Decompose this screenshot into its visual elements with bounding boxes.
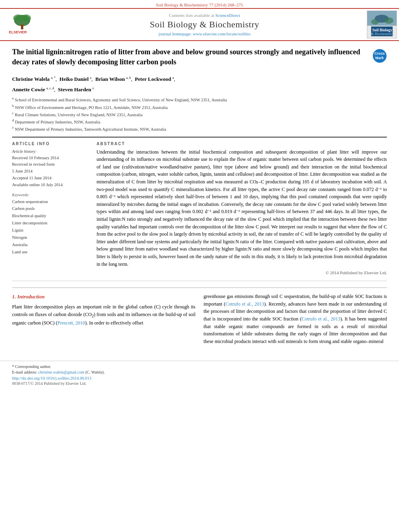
svg-rect-4 [21, 25, 23, 29]
affil-b: b NSW Office of Environment and Heritage… [12, 103, 387, 111]
svg-point-10 [384, 18, 393, 24]
homepage-link[interactable]: journal homepage: www.elsevier.com/locat… [158, 31, 250, 36]
article-info-abstract: ARTICLE INFO Article history: Received 1… [12, 142, 387, 275]
kw-2: Carbon pools [12, 205, 88, 212]
svg-text:Mark: Mark [375, 56, 384, 60]
kw-8: Land use [12, 249, 88, 256]
affil-c: c Rural Climate Solutions, University of… [12, 111, 387, 118]
kw-7: Australia [12, 241, 88, 249]
available-online: Available online 10 July 2014 [12, 182, 88, 189]
journal-top-bar: Soil Biology & Biochemistry 77 (2014) 26… [0, 0, 399, 8]
article-info-col: ARTICLE INFO Article history: Received 1… [12, 142, 88, 275]
intro-col-right: greenhouse gas emissions through soil C … [204, 293, 387, 348]
affil-a: a School of Environmental and Rural Scie… [12, 96, 387, 103]
corresponding-note: * Corresponding author. [12, 364, 399, 369]
divider-1 [12, 137, 387, 138]
kw-5: Lignin [12, 227, 88, 234]
email-note: E-mail address: christine.walela@gmail.c… [12, 370, 399, 374]
revised-date: 5 June 2014 [12, 168, 88, 175]
kw-3: Biochemical quality [12, 212, 88, 220]
cotrufo-link-2[interactable]: Cotrufo et al., 2013 [302, 316, 340, 322]
footer-area: * Corresponding author. E-mail address: … [0, 361, 399, 390]
keywords-section: Keywords: Carbon sequestration Carbon po… [12, 193, 88, 256]
email-link[interactable]: christine.walela@gmail.com [38, 370, 84, 374]
abstract-text: Understanding the interactions between t… [97, 148, 387, 268]
page-wrapper: Soil Biology & Biochemistry 77 (2014) 26… [0, 0, 399, 390]
article-title: The initial lignin:nitrogen ratio of lit… [12, 47, 368, 67]
journal-homepage: journal homepage: www.elsevier.com/locat… [158, 31, 250, 36]
svg-point-9 [371, 19, 379, 25]
intro-text-left: Plant litter decomposition plays an impo… [12, 303, 195, 327]
journal-logo-box: Soil Biology & Biochemistry [367, 10, 397, 39]
author-3: Brian Wilson [95, 76, 125, 82]
article-history: Article history: Received 10 February 20… [12, 148, 88, 189]
divider-2 [12, 281, 387, 281]
affiliations: a School of Environmental and Rural Scie… [12, 96, 387, 132]
author-5: Annette Cowie [12, 86, 45, 92]
keywords-label: Keywords: [12, 193, 88, 197]
doi-anchor[interactable]: http://dx.doi.org/10.1016/j.soilbio.2014… [12, 376, 91, 380]
journal-logo-svg: Soil Biology & Biochemistry [367, 11, 397, 38]
svg-text:Soil Biology: Soil Biology [372, 28, 392, 32]
kw-1: Carbon sequestration [12, 198, 88, 205]
abstract-label: ABSTRACT [97, 142, 387, 146]
header-center: Contents lists available at ScienceDirec… [44, 9, 365, 40]
journal-title: Soil Biology & Biochemistry [150, 19, 259, 30]
abstract-col: ABSTRACT Understanding the interactions … [97, 142, 387, 275]
intro-heading: 1. Introduction [12, 293, 195, 301]
svg-point-3 [21, 14, 31, 22]
intro-col-left: 1. Introduction Plant litter decompositi… [12, 293, 195, 348]
authors-line-2: Annette Cowie a, c, d, Steven Harden e [12, 86, 387, 94]
author-1: Christine Walela [12, 76, 49, 82]
received-revised-label: Received in revised form [12, 161, 88, 168]
introduction-cols: 1. Introduction Plant litter decompositi… [12, 293, 387, 348]
kw-4: Litter decomposition [12, 220, 88, 227]
journal-citation: Soil Biology & Biochemistry 77 (2014) 26… [156, 2, 243, 7]
journal-header: ELSEVIER Contents lists available at Sci… [0, 8, 399, 41]
author-2: Heiko Daniel [60, 76, 89, 82]
copyright-line: © 2014 Published by Elsevier Ltd. [97, 270, 387, 275]
svg-text:& Biochemistry: & Biochemistry [371, 32, 394, 36]
kw-6: Nitrogen [12, 234, 88, 241]
sciencedirect-link[interactable]: ScienceDirect [215, 13, 240, 18]
body-section: 1. Introduction Plant litter decompositi… [12, 288, 387, 348]
svg-text:ELSEVIER: ELSEVIER [9, 30, 27, 34]
elsevier-logo: ELSEVIER [6, 12, 38, 37]
doi-link: http://dx.doi.org/10.1016/j.soilbio.2014… [12, 376, 399, 380]
received-date: Received 10 February 2014 [12, 155, 88, 162]
prescott-link[interactable]: Prescott, 2010 [58, 320, 85, 326]
accepted-date: Accepted 11 June 2014 [12, 175, 88, 182]
crossmark-logo: Cross Mark [372, 49, 387, 65]
main-content: The initial lignin:nitrogen ratio of lit… [0, 41, 399, 354]
history-label: Article history: [12, 148, 88, 155]
author-4: Peter Lockwood [135, 76, 171, 82]
article-info-label: ARTICLE INFO [12, 142, 88, 146]
issn-line: 0038-0717/© 2014 Published by Elsevier L… [12, 381, 399, 386]
intro-text-right: greenhouse gas emissions through soil C … [204, 293, 387, 345]
cotrufo-link-1[interactable]: Cotrufo et al., 2013 [226, 301, 264, 307]
header-logo-left: ELSEVIER [0, 9, 44, 40]
authors-line: Christine Walela a, *, Heiko Daniel a, B… [12, 75, 387, 83]
header-logo-right: Soil Biology & Biochemistry [365, 9, 399, 40]
affil-d: d Department of Primary Industries, NSW,… [12, 118, 387, 125]
affil-e: e NSW Department of Primary Industries, … [12, 125, 387, 132]
author-6: Steven Harden [58, 86, 91, 92]
sciencedirect-label: Contents lists available at ScienceDirec… [169, 13, 240, 18]
svg-text:Cross: Cross [374, 51, 385, 55]
